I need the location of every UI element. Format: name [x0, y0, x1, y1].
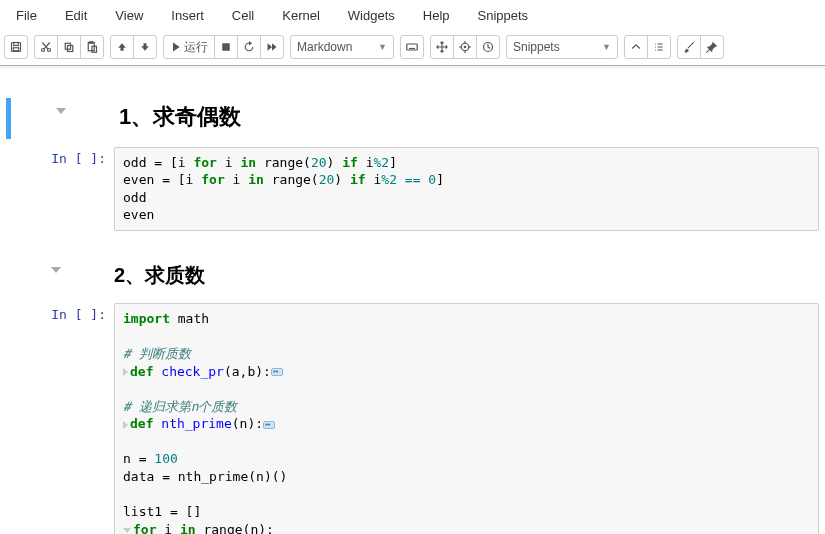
nbext-list-button[interactable]: [647, 35, 671, 59]
cut-icon: [40, 41, 52, 53]
target-icon: [459, 41, 471, 53]
menu-widgets[interactable]: Widgets: [334, 4, 409, 27]
fold-ellipsis-icon[interactable]: [263, 421, 275, 429]
save-icon: [10, 41, 22, 53]
nbext-chevron-up-button[interactable]: [624, 35, 648, 59]
list-icon: [653, 41, 665, 53]
cut-button[interactable]: [34, 35, 58, 59]
nbext-clock-button[interactable]: [476, 35, 500, 59]
command-palette-button[interactable]: [400, 35, 424, 59]
stop-button[interactable]: [214, 35, 238, 59]
menu-kernel[interactable]: Kernel: [268, 4, 334, 27]
snippets-select[interactable]: Snippets ▼: [506, 35, 618, 59]
notebook-container: 1、求奇偶数 In [ ]: odd = [i for i in range(2…: [0, 70, 825, 534]
menu-file[interactable]: File: [2, 4, 51, 27]
code-editor[interactable]: import math # 判断质数 def check_pr(a,b): # …: [114, 303, 819, 534]
fold-marker-icon[interactable]: [123, 421, 128, 429]
code-editor[interactable]: odd = [i for i in range(20) if i%2] even…: [114, 147, 819, 231]
menu-help[interactable]: Help: [409, 4, 464, 27]
save-button[interactable]: [4, 35, 28, 59]
paste-icon: [86, 41, 98, 53]
run-label: 运行: [184, 41, 208, 53]
brush-icon: [683, 41, 695, 53]
fold-marker-icon[interactable]: [123, 368, 128, 376]
menu-insert[interactable]: Insert: [157, 4, 218, 27]
move-up-button[interactable]: [110, 35, 134, 59]
clock-icon: [482, 41, 494, 53]
fold-marker-open-icon[interactable]: [123, 528, 131, 533]
restart-run-all-button[interactable]: [260, 35, 284, 59]
snippets-selected-label: Snippets: [513, 40, 560, 54]
play-icon: [170, 41, 182, 53]
code-cell[interactable]: In [ ]: odd = [i for i in range(20) if i…: [6, 147, 819, 231]
heading-text: 2、求质数: [114, 257, 819, 295]
nbext-target-button[interactable]: [453, 35, 477, 59]
markdown-cell[interactable]: 1、求奇偶数: [6, 98, 819, 139]
menu-view[interactable]: View: [101, 4, 157, 27]
caret-down-icon: ▼: [378, 42, 387, 52]
nbext-move-button[interactable]: [430, 35, 454, 59]
input-prompt: In [ ]:: [51, 307, 106, 322]
pin-icon: [706, 41, 718, 53]
markdown-cell[interactable]: 2、求质数: [6, 257, 819, 295]
menu-edit[interactable]: Edit: [51, 4, 101, 27]
caret-down-icon: ▼: [602, 42, 611, 52]
arrow-down-icon: [139, 41, 151, 53]
celltype-selected-label: Markdown: [297, 40, 352, 54]
menubar: File Edit View Insert Cell Kernel Widget…: [0, 0, 825, 33]
svg-point-4: [48, 49, 51, 52]
heading-text: 1、求奇偶数: [119, 98, 819, 139]
fast-forward-icon: [266, 41, 278, 53]
collapse-caret-icon[interactable]: [51, 267, 61, 273]
keyboard-icon: [406, 41, 418, 53]
nbext-brush-button[interactable]: [677, 35, 701, 59]
copy-icon: [63, 41, 75, 53]
toolbar: 运行 Markdown ▼ Snippets ▼: [0, 33, 825, 66]
fold-ellipsis-icon[interactable]: [271, 368, 283, 376]
copy-button[interactable]: [57, 35, 81, 59]
svg-rect-1: [14, 43, 19, 46]
svg-point-18: [461, 43, 469, 51]
restart-icon: [243, 41, 255, 53]
paste-button[interactable]: [80, 35, 104, 59]
restart-button[interactable]: [237, 35, 261, 59]
svg-rect-2: [13, 48, 18, 51]
svg-rect-10: [222, 43, 230, 51]
input-prompt: In [ ]:: [51, 151, 106, 166]
celltype-select[interactable]: Markdown ▼: [290, 35, 394, 59]
move-icon: [436, 41, 448, 53]
move-down-button[interactable]: [133, 35, 157, 59]
stop-icon: [220, 41, 232, 53]
menu-cell[interactable]: Cell: [218, 4, 268, 27]
svg-point-3: [42, 49, 45, 52]
run-button[interactable]: 运行: [163, 35, 215, 59]
arrow-up-icon: [116, 41, 128, 53]
collapse-caret-icon[interactable]: [56, 108, 66, 114]
svg-point-19: [464, 46, 466, 48]
menu-snippets[interactable]: Snippets: [464, 4, 543, 27]
nbext-pin-button[interactable]: [700, 35, 724, 59]
chevron-up-icon: [630, 41, 642, 53]
code-cell[interactable]: In [ ]: import math # 判断质数 def check_pr(…: [6, 303, 819, 534]
